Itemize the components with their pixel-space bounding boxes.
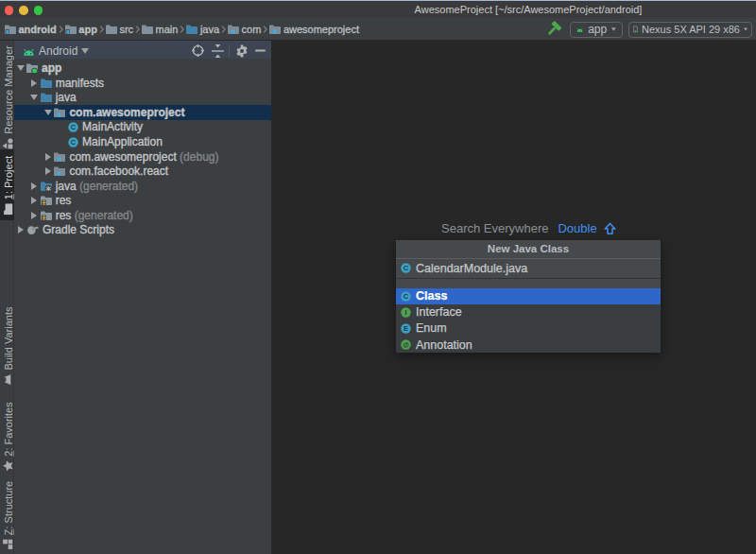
svg-text:C: C	[404, 264, 409, 272]
svg-text:C: C	[404, 292, 409, 301]
svg-text:I: I	[404, 308, 406, 317]
svg-text:C: C	[71, 123, 77, 131]
svg-text:@: @	[403, 341, 409, 348]
svg-text:C: C	[71, 138, 77, 147]
svg-text:E: E	[404, 324, 408, 333]
